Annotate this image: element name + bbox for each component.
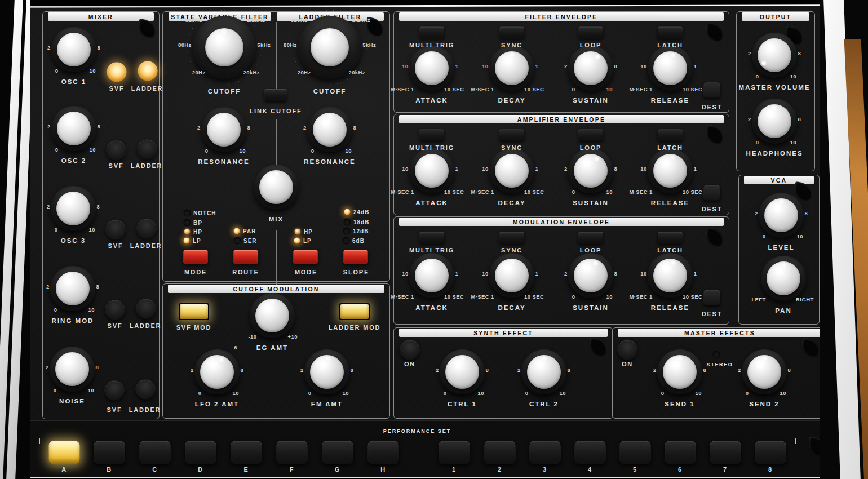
lfo2-amt-knob[interactable]: 628010LFO 2 AMT — [191, 346, 243, 398]
master-effects-on-button[interactable] — [618, 340, 637, 360]
knob-skirt — [50, 347, 95, 392]
ctrl1-knob[interactable]: 28010CTRL 1 — [436, 346, 488, 398]
perf-3-button[interactable] — [530, 441, 561, 464]
ladder-cutoff-knob[interactable]: 320Hz1.2kHz80Hz5kHz20Hz20kHzCUTOFF — [295, 12, 365, 82]
knob-label: CTRL 1 — [448, 401, 477, 407]
knob-label: DECAY — [498, 97, 525, 104]
eg-amt-knob[interactable]: -10+10EG AMT — [246, 290, 298, 341]
perf-d-button[interactable] — [185, 441, 216, 464]
vca-pan-knob[interactable]: LEFTRIGHTPAN — [758, 252, 809, 304]
noise-level-knob[interactable]: 28010NOISE — [46, 343, 98, 395]
ladder-slope-led-24db-label: 24dB — [353, 209, 369, 215]
filter-env-decay-knob[interactable]: 101M·SEC 110 SECDECAY — [486, 42, 538, 94]
mod-env-attack-knob[interactable]: 101M·SEC 110 SECATTACK — [406, 250, 458, 301]
knob-cap — [207, 113, 241, 147]
mod-env-multi-trig-button[interactable] — [419, 232, 444, 244]
ladder-resonance-knob[interactable]: 28010RESONANCE — [304, 104, 356, 156]
filter-env-attack-knob[interactable]: 101M·SEC 110 SECATTACK — [406, 42, 458, 94]
amp-env-release-knob[interactable]: 101M·SEC 110 SECRELEASE — [644, 145, 696, 197]
perf-g-button[interactable] — [322, 441, 353, 464]
perf-2-button[interactable] — [485, 441, 516, 464]
perf-8-button[interactable] — [755, 441, 786, 464]
amp-env-attack-knob[interactable]: 101M·SEC 110 SECATTACK — [406, 145, 458, 197]
svf-resonance-knob[interactable]: 28010RESONANCE — [198, 104, 250, 156]
filter-env-dest-button[interactable] — [704, 83, 720, 98]
knob-skirt — [568, 148, 613, 193]
tick-label: 0 — [572, 294, 575, 300]
mod-env-dest-button[interactable] — [704, 290, 720, 305]
tick-label: 1.2kHz — [352, 17, 371, 23]
perf-f-button[interactable] — [277, 441, 308, 464]
knob-cap — [311, 28, 349, 66]
perf-e-label: E — [243, 466, 249, 473]
ladder-mod-button[interactable] — [339, 303, 370, 320]
svf-route-led-par-label: PAR — [243, 228, 256, 234]
left-chassis-edge — [0, 0, 30, 479]
filter-env-sustain-knob[interactable]: 28010SUSTAIN — [565, 42, 617, 94]
knob-cap — [56, 272, 90, 305]
send2-knob[interactable]: 28010SEND 2 — [738, 346, 790, 398]
svf-cutoff-knob[interactable]: 320Hz1.2kHz80Hz5kHz20Hz20kHzCUTOFF — [189, 12, 259, 82]
perf-c-button[interactable] — [140, 441, 171, 464]
ring-mod-level-knob[interactable]: 28010RING MOD — [47, 263, 99, 314]
amp-env-dest-button[interactable] — [704, 185, 720, 201]
divider — [276, 22, 277, 96]
osc2-level-knob[interactable]: 28010OSC 2 — [48, 103, 100, 154]
knob-label: SUSTAIN — [573, 199, 609, 206]
osc1-svf-button[interactable] — [107, 63, 127, 82]
perf-e-button[interactable] — [231, 441, 262, 464]
vca-level-knob[interactable]: 28010LEVEL — [755, 189, 807, 241]
osc1-svf-label: SVF — [109, 85, 125, 92]
mod-env-decay-knob[interactable]: 101M·SEC 110 SECDECAY — [486, 250, 538, 301]
noise-svf-button[interactable] — [105, 381, 125, 401]
noise-ladder-button[interactable] — [136, 380, 156, 400]
master-volume-knob[interactable]: 28010MASTER VOLUME — [749, 29, 800, 81]
osc1-level-knob[interactable]: 28010OSC 1 — [48, 24, 100, 76]
osc2-svf-button[interactable] — [107, 141, 126, 161]
svf-route-button[interactable] — [234, 250, 258, 264]
perf-4-button[interactable] — [575, 441, 606, 464]
perf-6-button[interactable] — [665, 441, 696, 464]
perf-b-button[interactable] — [94, 441, 125, 464]
filter-mix-knob[interactable]: MIX — [250, 161, 302, 213]
ring-mod-svf-button[interactable] — [105, 300, 125, 320]
perf-1-button[interactable] — [439, 441, 470, 464]
link-cutoff-button[interactable] — [264, 89, 287, 101]
perf-a-button[interactable] — [49, 441, 80, 464]
ladder-mode-led-lp-label: LP — [303, 238, 312, 244]
ladder-slope-button[interactable] — [344, 250, 368, 264]
headphones-knob[interactable]: 28010HEADPHONES — [749, 95, 800, 147]
fm-amt-knob[interactable]: 28010FM AMT — [301, 346, 353, 398]
mod-env-sync-button[interactable] — [499, 232, 524, 244]
perf-h-button[interactable] — [368, 441, 399, 464]
mod-env-release-knob[interactable]: 101M·SEC 110 SECRELEASE — [644, 250, 696, 301]
tick-label: 2 — [748, 50, 751, 56]
perf-7-button[interactable] — [710, 441, 741, 464]
mod-env-sustain-knob[interactable]: 28010SUSTAIN — [565, 250, 617, 301]
mod-env-loop-button[interactable] — [578, 232, 603, 244]
tick-label: 2 — [47, 123, 51, 130]
amp-env-decay-knob[interactable]: 101M·SEC 110 SECDECAY — [486, 145, 538, 197]
mod-env-latch-button[interactable] — [658, 232, 683, 244]
perf-5-button[interactable] — [620, 441, 651, 464]
osc2-ladder-button[interactable] — [138, 140, 157, 159]
knob-skirt — [648, 46, 693, 91]
tick-label: 8 — [485, 367, 489, 373]
ladder-mode-button[interactable] — [294, 250, 318, 264]
tick-label: 6 — [234, 344, 237, 351]
ladder-mod-label: LADDER MOD — [329, 324, 381, 331]
synth-effect-on-button[interactable] — [400, 340, 420, 360]
send1-knob[interactable]: 28010SEND 1 — [654, 346, 706, 398]
amp-env-sustain-knob[interactable]: 28010SUSTAIN — [565, 145, 617, 197]
tick-label: M·SEC 1 — [391, 86, 414, 92]
osc1-ladder-button[interactable] — [138, 61, 158, 81]
ctrl2-knob[interactable]: 28010CTRL 2 — [518, 346, 570, 398]
ring-mod-ladder-button[interactable] — [136, 299, 156, 319]
knob-label: RING MOD — [52, 317, 94, 324]
svf-mode-button[interactable] — [184, 250, 208, 264]
svf-mod-button[interactable] — [179, 303, 209, 320]
osc3-ladder-button[interactable] — [137, 219, 157, 239]
osc3-level-knob[interactable]: 28010OSC 3 — [47, 183, 99, 234]
osc3-svf-button[interactable] — [106, 220, 126, 240]
filter-env-release-knob[interactable]: 101M·SEC 110 SECRELEASE — [644, 42, 696, 94]
